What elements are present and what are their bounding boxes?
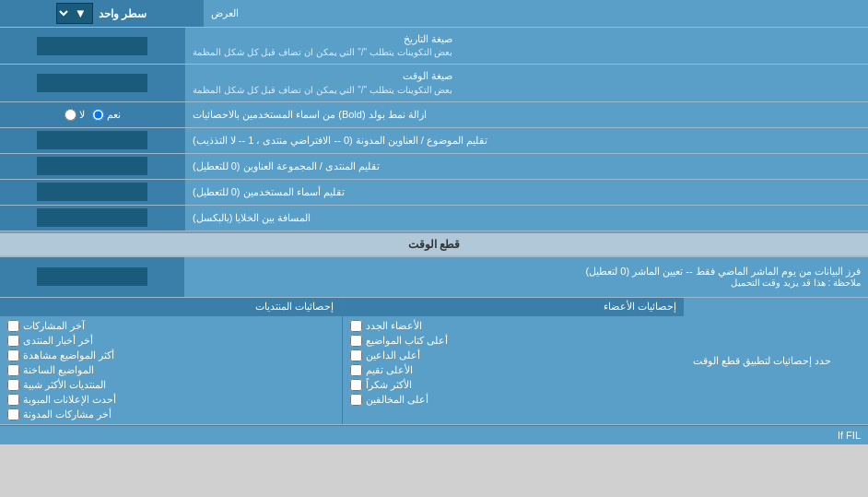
date-format-row: صيغة التاريخ بعض التكوينات يتطلب "/" الت… xyxy=(0,28,868,65)
username-trim-input[interactable]: 0 xyxy=(37,183,147,201)
checkboxes-columns: إحصائيات الأعضاء إحصائيات المنتديات الأع… xyxy=(0,298,684,424)
cell-spacing-row: المسافة بين الخلايا (بالبكسل) 2 xyxy=(0,206,868,231)
bold-no-label[interactable]: لا xyxy=(65,109,85,121)
cb-top-violators-check[interactable] xyxy=(350,394,362,406)
header-title: سطر واحد xyxy=(99,7,147,20)
cell-spacing-label: المسافة بين الخلايا (بالبكسل) xyxy=(184,206,868,231)
title-trim-label: تقليم الموضوع / العناوين المدونة (0 -- ا… xyxy=(184,128,868,153)
section2-header: قطع الوقت xyxy=(0,233,868,256)
date-format-input[interactable]: d-m xyxy=(37,37,147,55)
cb-top-inviters-check[interactable] xyxy=(350,349,362,361)
username-trim-label: تقليم أسماء المستخدمين (0 للتعطيل) xyxy=(184,180,868,205)
col1-header: إحصائيات المنتديات xyxy=(0,298,342,315)
cb-last-posts: آخر المشاركات xyxy=(7,320,334,332)
title-trim-input[interactable]: 33 xyxy=(37,131,147,149)
filter-input[interactable]: 0 xyxy=(37,267,147,286)
bottom-note-text: If FIL xyxy=(838,430,861,441)
forum-trim-input[interactable]: 33 xyxy=(37,157,147,175)
header-select[interactable]: ▼ xyxy=(56,3,93,24)
time-format-label: صيغة الوقت بعض التكوينات يتطلب "/" التي … xyxy=(184,65,868,101)
forum-trim-label: تقليم المنتدى / المجموعة العناوين (0 للت… xyxy=(184,154,868,179)
filter-input-cell: 0 xyxy=(0,257,184,297)
cb-top-writers: أعلى كتاب المواضيع xyxy=(350,335,677,347)
members-stats-col: الأعضاء الجدد أعلى كتاب المواضيع أعلى ال… xyxy=(342,316,685,424)
section-label: العرض xyxy=(203,0,868,27)
cell-spacing-input-cell: 2 xyxy=(0,206,184,231)
bottom-note: If FIL xyxy=(0,425,868,444)
main-container: العرض سطر واحد ▼ صيغة التاريخ بعض التكوي… xyxy=(0,0,868,444)
cb-classified-ads: أحدث الإعلانات المبوبة xyxy=(7,394,334,406)
username-trim-input-cell: 0 xyxy=(0,180,184,205)
cb-last-posts-check[interactable] xyxy=(7,320,19,332)
bold-no-radio[interactable] xyxy=(65,109,76,121)
filter-row: فرز البيانات من يوم الماشر الماضي فقط --… xyxy=(0,257,868,298)
cb-top-inviters: أعلى الداعين xyxy=(350,349,677,361)
cb-top-rated: الأعلى تقيم xyxy=(350,364,677,376)
cb-most-viewed-check[interactable] xyxy=(7,349,19,361)
cb-new-members: الأعضاء الجدد xyxy=(350,320,677,332)
cb-last-blog-posts-check[interactable] xyxy=(7,408,19,420)
time-format-input-cell: H:i xyxy=(0,65,184,101)
checkbox-headers: إحصائيات الأعضاء إحصائيات المنتديات xyxy=(0,298,684,316)
bold-remove-label: ازالة نمط بولد (Bold) من اسماء المستخدمي… xyxy=(184,102,868,127)
cb-most-viewed: أكثر المواضيع مشاهدة xyxy=(7,349,334,361)
cb-top-rated-check[interactable] xyxy=(350,364,362,376)
title-trim-input-cell: 33 xyxy=(0,128,184,153)
forum-stats-col: آخر المشاركات أخر أخبار المنتدى أكثر الم… xyxy=(0,316,342,424)
cb-hot-topics: المواضيع الساخنة xyxy=(7,364,334,376)
cb-classified-ads-check[interactable] xyxy=(7,394,19,406)
cb-most-similar: المنتديات الأكثر شبية xyxy=(7,379,334,391)
time-format-row: صيغة الوقت بعض التكوينات يتطلب "/" التي … xyxy=(0,65,868,101)
forum-trim-input-cell: 33 xyxy=(0,154,184,179)
header-input-cell: سطر واحد ▼ xyxy=(0,0,203,27)
checkboxes-section: حدد إحصائيات لتطبيق قطع الوقت إحصائيات ا… xyxy=(0,298,868,425)
cb-new-members-check[interactable] xyxy=(350,320,362,332)
username-trim-row: تقليم أسماء المستخدمين (0 للتعطيل) 0 xyxy=(0,180,868,206)
date-format-label: صيغة التاريخ بعض التكوينات يتطلب "/" الت… xyxy=(184,28,868,64)
time-format-input[interactable]: H:i xyxy=(37,74,147,92)
col2-header: إحصائيات الأعضاء xyxy=(342,298,685,315)
section2-divider: قطع الوقت xyxy=(0,231,868,257)
checkbox-items: الأعضاء الجدد أعلى كتاب المواضيع أعلى ال… xyxy=(0,316,684,424)
cb-hot-topics-check[interactable] xyxy=(7,364,19,376)
cb-top-violators: أعلى المخالفين xyxy=(350,394,677,406)
limit-label: حدد إحصائيات لتطبيق قطع الوقت xyxy=(684,298,868,424)
cb-top-writers-check[interactable] xyxy=(350,335,362,347)
cell-spacing-input[interactable]: 2 xyxy=(37,208,147,227)
cb-most-similar-check[interactable] xyxy=(7,379,19,391)
title-trim-row: تقليم الموضوع / العناوين المدونة (0 -- ا… xyxy=(0,128,868,154)
bold-yes-label[interactable]: نعم xyxy=(92,109,121,121)
date-format-input-cell: d-m xyxy=(0,28,184,64)
cb-last-news-check[interactable] xyxy=(7,335,19,347)
cb-last-news: أخر أخبار المنتدى xyxy=(7,335,334,347)
cb-most-thanks: الأكثر شكراً xyxy=(350,379,677,391)
forum-trim-row: تقليم المنتدى / المجموعة العناوين (0 للت… xyxy=(0,154,868,180)
cb-last-blog-posts: أخر مشاركات المدونة xyxy=(7,408,334,420)
bold-remove-options: نعم لا xyxy=(0,102,184,127)
cb-most-thanks-check[interactable] xyxy=(350,379,362,391)
filter-label: فرز البيانات من يوم الماشر الماضي فقط --… xyxy=(184,257,868,297)
bold-yes-radio[interactable] xyxy=(92,109,104,121)
bold-remove-row: ازالة نمط بولد (Bold) من اسماء المستخدمي… xyxy=(0,102,868,128)
